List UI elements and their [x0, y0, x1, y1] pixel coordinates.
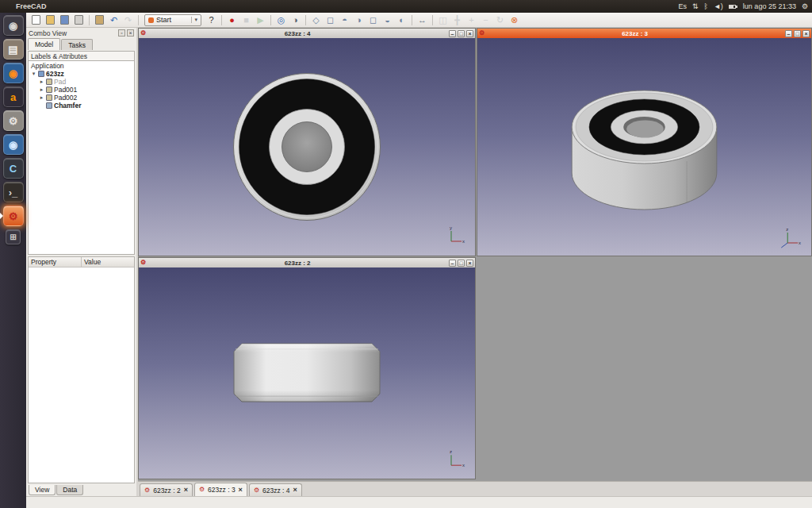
- freecad-document-icon: ⚙: [140, 30, 146, 37]
- launcher-item-chromium[interactable]: C: [0, 158, 26, 179]
- property-view-tabs: ViewData: [26, 485, 136, 496]
- view-window-623zz-2-viewport[interactable]: xz: [139, 267, 475, 479]
- macro-record-icon[interactable]: ●: [225, 13, 239, 26]
- float-panel-button[interactable]: ▫: [118, 29, 125, 37]
- launcher-item-files[interactable]: ▤: [0, 39, 26, 60]
- view-rear-icon[interactable]: ◻: [366, 13, 380, 26]
- view-window-623zz-4-viewport[interactable]: xy: [139, 38, 475, 256]
- launcher-item-terminal[interactable]: ›_: [0, 182, 26, 202]
- restore-button[interactable]: □: [794, 30, 801, 37]
- clipping-plane-icon[interactable]: ◫: [436, 13, 450, 26]
- view-fit-all-icon[interactable]: ◎: [274, 13, 288, 26]
- zoom-out-icon[interactable]: −: [479, 13, 492, 26]
- close-panel-button[interactable]: ×: [127, 29, 134, 37]
- property-column-value[interactable]: Value: [82, 257, 134, 267]
- close-button[interactable]: ×: [802, 30, 810, 37]
- view-bottom-icon[interactable]: ◒: [381, 13, 394, 26]
- clock[interactable]: lun ago 25 21:33: [743, 1, 796, 12]
- tree-item-pad[interactable]: ▸Pad: [29, 78, 134, 86]
- view-window-623zz-2-titlebar[interactable]: ⚙623zz : 2–□×: [139, 258, 475, 267]
- minimize-button[interactable]: –: [449, 260, 456, 267]
- tree-item-pad002[interactable]: ▸Pad002: [29, 94, 134, 102]
- expand-arrow-icon[interactable]: ▸: [39, 79, 44, 85]
- edit-redo-icon[interactable]: ↷: [121, 13, 135, 26]
- macro-play-icon[interactable]: ▶: [254, 13, 267, 26]
- volume-icon[interactable]: ◄): [714, 1, 723, 12]
- close-button[interactable]: ×: [466, 30, 473, 37]
- minimize-button[interactable]: –: [449, 30, 456, 37]
- whats-this-icon[interactable]: ?: [205, 13, 218, 26]
- refresh-icon[interactable]: ↻: [493, 13, 507, 26]
- edit-paste-icon[interactable]: [93, 13, 106, 26]
- tab-close-icon[interactable]: ×: [293, 487, 297, 494]
- view-window-623zz-3-titlebar[interactable]: ⚙623zz : 3–□×: [477, 29, 811, 38]
- view-window-623zz-4-titlebar[interactable]: ⚙623zz : 4–□×: [139, 29, 475, 38]
- svg-text:y: y: [450, 225, 452, 230]
- view-right-icon[interactable]: ◑: [352, 13, 366, 26]
- edit-undo-icon[interactable]: ↶: [107, 13, 121, 26]
- launcher-item-workspace-switcher[interactable]: ⊞: [0, 229, 26, 244]
- view-left-icon[interactable]: ◐: [395, 13, 408, 26]
- document-open-icon[interactable]: [44, 13, 57, 26]
- toolbar-separator: [270, 15, 271, 25]
- tree-root-application[interactable]: Application: [29, 62, 134, 70]
- document-print-icon[interactable]: [72, 13, 86, 26]
- expand-arrow-icon[interactable]: ▸: [39, 87, 44, 93]
- document-tab-623zz-4[interactable]: ⚙623zz : 4×: [249, 483, 302, 496]
- tree-item-623zz[interactable]: ▾623zz: [29, 70, 134, 78]
- toolbar-separator: [305, 15, 306, 25]
- launcher-item-firefox[interactable]: ◉: [0, 63, 26, 83]
- view-top-icon[interactable]: ◓: [338, 13, 351, 26]
- launcher-item-system-settings[interactable]: ⚙: [0, 110, 26, 131]
- restore-button[interactable]: □: [458, 260, 465, 267]
- restore-button[interactable]: □: [458, 30, 465, 37]
- launcher-item-web-browser[interactable]: ◉: [0, 134, 26, 155]
- tab-model[interactable]: Model: [28, 38, 60, 50]
- tree-item-chamfer[interactable]: Chamfer: [29, 102, 134, 110]
- measure-distance-icon[interactable]: ↔: [416, 13, 429, 26]
- macro-stop-icon[interactable]: ■: [239, 13, 253, 26]
- 3d-scene-side: xz: [139, 267, 475, 479]
- document-new-icon[interactable]: [29, 13, 43, 26]
- launcher-item-amazon[interactable]: a: [0, 87, 26, 107]
- network-icon[interactable]: ⇅: [692, 1, 699, 12]
- tab-tasks[interactable]: Tasks: [61, 39, 93, 50]
- zoom-in-icon[interactable]: +: [465, 13, 478, 26]
- session-menu-icon[interactable]: ⚙: [802, 1, 808, 12]
- workbench-selector[interactable]: Start▾: [144, 14, 201, 26]
- view-isometric-icon[interactable]: ◇: [309, 13, 323, 26]
- web-stop-icon[interactable]: ⊗: [508, 13, 521, 26]
- keyboard-indicator[interactable]: Es: [678, 1, 687, 12]
- files-icon-glyph: ▤: [8, 44, 17, 55]
- workspace-switcher-icon: ⊞: [6, 229, 21, 244]
- document-save-icon[interactable]: [58, 13, 71, 26]
- document-tab-bar: ⚙623zz : 2×⚙623zz : 3×⚙623zz : 4×: [138, 481, 812, 496]
- view-front-icon[interactable]: ◻: [324, 13, 337, 26]
- property-column-property[interactable]: Property: [29, 257, 82, 267]
- property-table-header: PropertyValue: [29, 257, 134, 267]
- tab-close-icon[interactable]: ×: [184, 487, 188, 494]
- launcher-item-dash-home[interactable]: ◉: [0, 15, 26, 36]
- minimize-button[interactable]: –: [785, 30, 792, 37]
- status-bar: [26, 496, 812, 508]
- document-tab-label: 623zz : 4: [262, 487, 290, 495]
- axis-cross-icon[interactable]: ╋: [450, 13, 464, 26]
- tab-data[interactable]: Data: [56, 485, 83, 495]
- draw-style-icon[interactable]: ◑: [289, 13, 302, 26]
- bluetooth-icon[interactable]: ᛒ: [704, 1, 708, 12]
- document-tab-623zz-2[interactable]: ⚙623zz : 2×: [140, 483, 193, 496]
- tab-view[interactable]: View: [29, 485, 56, 495]
- view-window-623zz-3-viewport[interactable]: xz: [477, 38, 811, 256]
- combo-view-titlebar[interactable]: Combo View ▫×: [26, 28, 136, 38]
- expand-arrow-icon[interactable]: ▾: [31, 71, 36, 77]
- tree-item-pad001[interactable]: ▸Pad001: [29, 86, 134, 94]
- launcher-item-freecad[interactable]: ⚙: [0, 206, 26, 226]
- chromium-icon-glyph: C: [10, 164, 17, 174]
- expand-arrow-icon[interactable]: ▸: [39, 94, 44, 101]
- battery-icon[interactable]: [729, 5, 737, 9]
- document-tab-623zz-3[interactable]: ⚙623zz : 3×: [194, 483, 247, 496]
- freecad-document-icon: ⚙: [140, 260, 146, 266]
- tab-close-icon[interactable]: ×: [239, 487, 243, 494]
- close-button[interactable]: ×: [466, 260, 473, 267]
- top-menubar: FreeCAD Es⇅ᛒ◄)lun ago 25 21:33⚙: [0, 0, 812, 13]
